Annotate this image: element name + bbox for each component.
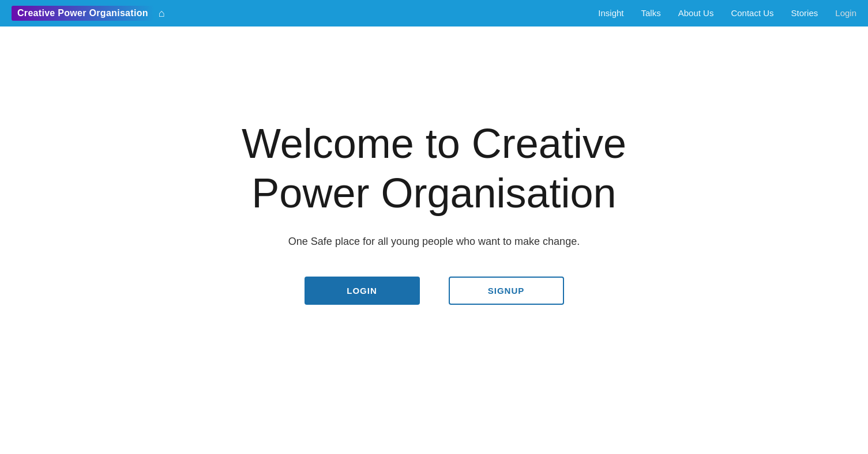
nav-link-about[interactable]: About Us [678, 8, 714, 18]
nav-link-talks[interactable]: Talks [641, 8, 661, 18]
nav-link-insight[interactable]: Insight [598, 8, 623, 18]
nav-link-login[interactable]: Login [835, 8, 856, 18]
nav-item-about: About Us [678, 8, 714, 18]
welcome-heading: Welcome to Creative Power Organisation [204, 119, 665, 218]
signup-button[interactable]: SIGNUP [449, 277, 564, 305]
home-icon[interactable]: ⌂ [159, 7, 165, 20]
navbar: Creative Power Organisation ⌂ Insight Ta… [0, 0, 868, 27]
main-content: Welcome to Creative Power Organisation O… [0, 27, 868, 397]
nav-link-stories[interactable]: Stories [791, 8, 818, 18]
login-button[interactable]: LOGIN [305, 277, 420, 305]
cta-buttons: LOGIN SIGNUP [305, 277, 564, 305]
nav-brand: Creative Power Organisation ⌂ [12, 6, 165, 21]
nav-item-talks: Talks [641, 8, 661, 18]
nav-links: Insight Talks About Us Contact Us Storie… [598, 8, 856, 18]
brand-title[interactable]: Creative Power Organisation [12, 6, 154, 21]
tagline: One Safe place for all young people who … [288, 236, 580, 248]
nav-item-contact: Contact Us [731, 8, 773, 18]
nav-link-contact[interactable]: Contact Us [731, 8, 773, 18]
nav-item-insight: Insight [598, 8, 623, 18]
nav-item-login: Login [835, 8, 856, 18]
nav-item-stories: Stories [791, 8, 818, 18]
